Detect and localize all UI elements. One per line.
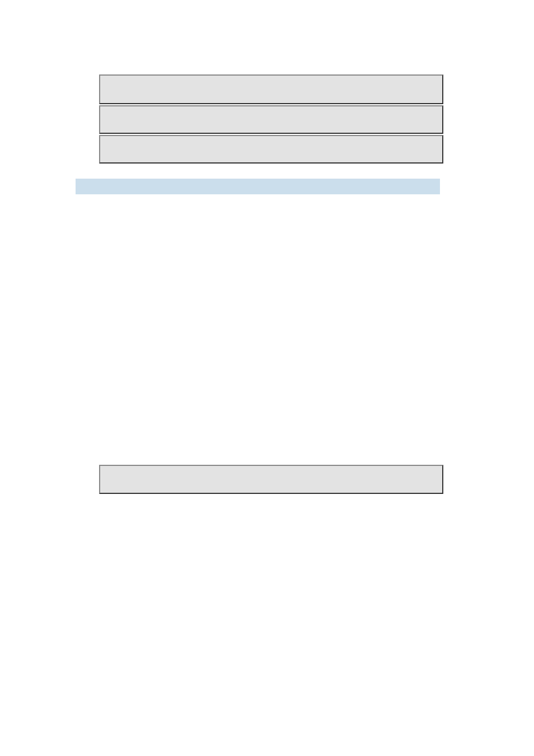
table1-row-3 [99, 135, 443, 164]
table1-row-2 [99, 105, 443, 134]
highlight-band [76, 179, 440, 194]
table2-row-1 [99, 465, 443, 494]
table1-row-1 [99, 74, 443, 104]
